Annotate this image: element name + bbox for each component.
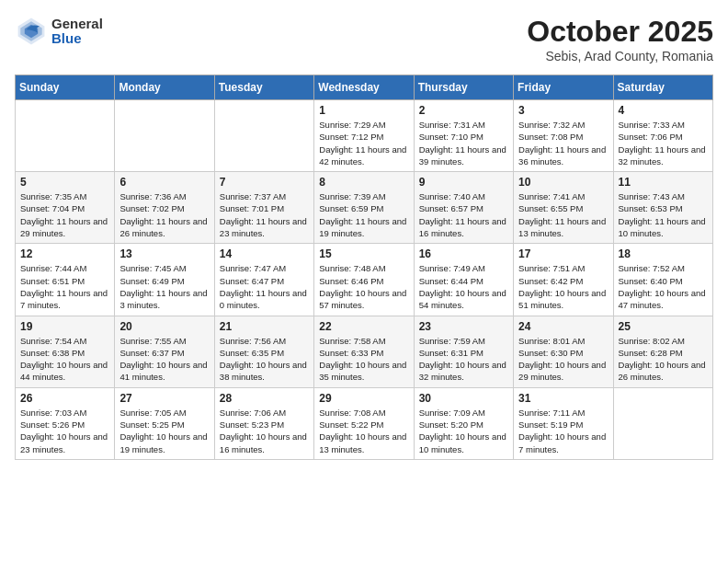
calendar-cell: 10Sunrise: 7:41 AM Sunset: 6:55 PM Dayli… bbox=[514, 172, 613, 244]
page-header: General Blue October 2025 Sebis, Arad Co… bbox=[15, 15, 713, 63]
calendar-cell: 31Sunrise: 7:11 AM Sunset: 5:19 PM Dayli… bbox=[514, 387, 613, 459]
day-info: Sunrise: 7:29 AM Sunset: 7:12 PM Dayligh… bbox=[319, 119, 408, 167]
calendar-cell: 20Sunrise: 7:55 AM Sunset: 6:37 PM Dayli… bbox=[115, 316, 214, 387]
calendar-cell: 30Sunrise: 7:09 AM Sunset: 5:20 PM Dayli… bbox=[414, 387, 513, 459]
calendar-cell: 9Sunrise: 7:40 AM Sunset: 6:57 PM Daylig… bbox=[414, 172, 513, 244]
weekday-header-row: SundayMondayTuesdayWednesdayThursdayFrid… bbox=[16, 75, 713, 100]
day-info: Sunrise: 7:45 AM Sunset: 6:49 PM Dayligh… bbox=[119, 262, 209, 311]
calendar-cell: 1Sunrise: 7:29 AM Sunset: 7:12 PM Daylig… bbox=[314, 100, 414, 172]
day-info: Sunrise: 7:06 AM Sunset: 5:23 PM Dayligh… bbox=[220, 407, 309, 455]
day-number: 17 bbox=[518, 247, 608, 260]
day-number: 13 bbox=[119, 247, 209, 260]
day-info: Sunrise: 7:08 AM Sunset: 5:22 PM Dayligh… bbox=[319, 407, 408, 455]
day-number: 3 bbox=[518, 104, 608, 117]
day-number: 26 bbox=[20, 392, 109, 405]
day-info: Sunrise: 7:11 AM Sunset: 5:19 PM Dayligh… bbox=[518, 407, 608, 455]
calendar-cell: 14Sunrise: 7:47 AM Sunset: 6:47 PM Dayli… bbox=[214, 244, 313, 316]
weekday-header-saturday: Saturday bbox=[613, 75, 712, 100]
calendar-cell: 26Sunrise: 7:03 AM Sunset: 5:26 PM Dayli… bbox=[16, 387, 115, 459]
title-block: October 2025 Sebis, Arad County, Romania bbox=[527, 15, 713, 63]
calendar-cell: 15Sunrise: 7:48 AM Sunset: 6:46 PM Dayli… bbox=[314, 244, 414, 316]
day-number: 16 bbox=[419, 247, 508, 260]
calendar-cell: 17Sunrise: 7:51 AM Sunset: 6:42 PM Dayli… bbox=[514, 244, 613, 316]
day-info: Sunrise: 7:44 AM Sunset: 6:51 PM Dayligh… bbox=[20, 262, 109, 311]
day-number: 30 bbox=[419, 392, 508, 405]
day-info: Sunrise: 7:33 AM Sunset: 7:06 PM Dayligh… bbox=[619, 119, 708, 167]
calendar-week-row: 26Sunrise: 7:03 AM Sunset: 5:26 PM Dayli… bbox=[16, 387, 713, 459]
calendar-cell: 8Sunrise: 7:39 AM Sunset: 6:59 PM Daylig… bbox=[314, 172, 414, 244]
logo-text: General Blue bbox=[51, 17, 103, 47]
weekday-header-monday: Monday bbox=[115, 75, 214, 100]
calendar-cell: 21Sunrise: 7:56 AM Sunset: 6:35 PM Dayli… bbox=[214, 316, 313, 387]
calendar-cell: 28Sunrise: 7:06 AM Sunset: 5:23 PM Dayli… bbox=[214, 387, 313, 459]
day-number: 7 bbox=[220, 176, 309, 189]
day-number: 25 bbox=[619, 320, 708, 333]
day-info: Sunrise: 7:51 AM Sunset: 6:42 PM Dayligh… bbox=[518, 262, 608, 311]
day-number: 6 bbox=[119, 176, 209, 189]
day-number: 18 bbox=[619, 247, 708, 260]
calendar-week-row: 5Sunrise: 7:35 AM Sunset: 7:04 PM Daylig… bbox=[16, 172, 713, 244]
day-info: Sunrise: 7:35 AM Sunset: 7:04 PM Dayligh… bbox=[20, 190, 109, 239]
logo-general-text: General bbox=[51, 17, 103, 32]
logo-blue-text: Blue bbox=[51, 31, 103, 47]
calendar-cell bbox=[613, 387, 712, 459]
day-info: Sunrise: 7:31 AM Sunset: 7:10 PM Dayligh… bbox=[419, 119, 508, 167]
calendar-cell: 29Sunrise: 7:08 AM Sunset: 5:22 PM Dayli… bbox=[314, 387, 414, 459]
calendar-week-row: 1Sunrise: 7:29 AM Sunset: 7:12 PM Daylig… bbox=[16, 100, 713, 172]
day-number: 27 bbox=[119, 392, 209, 405]
day-number: 31 bbox=[518, 392, 608, 405]
weekday-header-tuesday: Tuesday bbox=[214, 75, 313, 100]
logo: General Blue bbox=[15, 15, 103, 48]
calendar-cell: 2Sunrise: 7:31 AM Sunset: 7:10 PM Daylig… bbox=[414, 100, 513, 172]
calendar-week-row: 19Sunrise: 7:54 AM Sunset: 6:38 PM Dayli… bbox=[16, 316, 713, 387]
weekday-header-wednesday: Wednesday bbox=[314, 75, 414, 100]
day-info: Sunrise: 7:40 AM Sunset: 6:57 PM Dayligh… bbox=[419, 190, 508, 239]
day-info: Sunrise: 7:54 AM Sunset: 6:38 PM Dayligh… bbox=[20, 335, 109, 384]
calendar-cell: 6Sunrise: 7:36 AM Sunset: 7:02 PM Daylig… bbox=[115, 172, 214, 244]
day-number: 20 bbox=[119, 320, 209, 333]
day-number: 11 bbox=[619, 176, 708, 189]
calendar-cell: 7Sunrise: 7:37 AM Sunset: 7:01 PM Daylig… bbox=[214, 172, 313, 244]
calendar-cell: 22Sunrise: 7:58 AM Sunset: 6:33 PM Dayli… bbox=[314, 316, 414, 387]
day-number: 29 bbox=[319, 392, 408, 405]
day-number: 21 bbox=[220, 320, 309, 333]
month-title: October 2025 bbox=[527, 15, 713, 49]
day-number: 24 bbox=[518, 320, 608, 333]
calendar-cell: 16Sunrise: 7:49 AM Sunset: 6:44 PM Dayli… bbox=[414, 244, 513, 316]
day-info: Sunrise: 7:09 AM Sunset: 5:20 PM Dayligh… bbox=[419, 407, 508, 455]
weekday-header-friday: Friday bbox=[514, 75, 613, 100]
calendar-cell: 5Sunrise: 7:35 AM Sunset: 7:04 PM Daylig… bbox=[16, 172, 115, 244]
day-info: Sunrise: 7:05 AM Sunset: 5:25 PM Dayligh… bbox=[119, 407, 209, 455]
logo-icon bbox=[15, 15, 48, 48]
calendar-cell: 27Sunrise: 7:05 AM Sunset: 5:25 PM Dayli… bbox=[115, 387, 214, 459]
day-number: 1 bbox=[319, 104, 408, 117]
day-number: 22 bbox=[319, 320, 408, 333]
day-number: 9 bbox=[419, 176, 508, 189]
calendar-cell bbox=[214, 100, 313, 172]
calendar-cell: 3Sunrise: 7:32 AM Sunset: 7:08 PM Daylig… bbox=[514, 100, 613, 172]
day-info: Sunrise: 7:49 AM Sunset: 6:44 PM Dayligh… bbox=[419, 262, 508, 311]
day-info: Sunrise: 7:32 AM Sunset: 7:08 PM Dayligh… bbox=[518, 119, 608, 167]
calendar-week-row: 12Sunrise: 7:44 AM Sunset: 6:51 PM Dayli… bbox=[16, 244, 713, 316]
day-number: 14 bbox=[220, 247, 309, 260]
day-info: Sunrise: 7:47 AM Sunset: 6:47 PM Dayligh… bbox=[220, 262, 309, 311]
day-info: Sunrise: 7:58 AM Sunset: 6:33 PM Dayligh… bbox=[319, 335, 408, 384]
calendar-cell: 11Sunrise: 7:43 AM Sunset: 6:53 PM Dayli… bbox=[613, 172, 712, 244]
day-info: Sunrise: 7:56 AM Sunset: 6:35 PM Dayligh… bbox=[220, 335, 309, 384]
calendar-cell: 25Sunrise: 8:02 AM Sunset: 6:28 PM Dayli… bbox=[613, 316, 712, 387]
day-info: Sunrise: 7:39 AM Sunset: 6:59 PM Dayligh… bbox=[319, 190, 408, 239]
day-number: 8 bbox=[319, 176, 408, 189]
location-text: Sebis, Arad County, Romania bbox=[527, 49, 713, 63]
day-info: Sunrise: 7:03 AM Sunset: 5:26 PM Dayligh… bbox=[20, 407, 109, 455]
day-info: Sunrise: 7:59 AM Sunset: 6:31 PM Dayligh… bbox=[419, 335, 508, 384]
weekday-header-sunday: Sunday bbox=[16, 75, 115, 100]
day-number: 5 bbox=[20, 176, 109, 189]
day-number: 19 bbox=[20, 320, 109, 333]
calendar-cell: 23Sunrise: 7:59 AM Sunset: 6:31 PM Dayli… bbox=[414, 316, 513, 387]
day-number: 10 bbox=[518, 176, 608, 189]
calendar-cell: 24Sunrise: 8:01 AM Sunset: 6:30 PM Dayli… bbox=[514, 316, 613, 387]
day-number: 4 bbox=[619, 104, 708, 117]
day-info: Sunrise: 7:48 AM Sunset: 6:46 PM Dayligh… bbox=[319, 262, 408, 311]
calendar-cell: 13Sunrise: 7:45 AM Sunset: 6:49 PM Dayli… bbox=[115, 244, 214, 316]
day-number: 28 bbox=[220, 392, 309, 405]
